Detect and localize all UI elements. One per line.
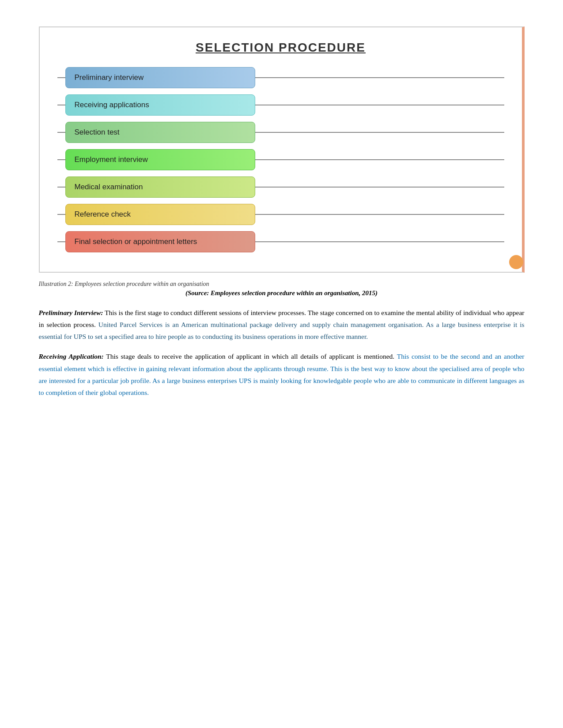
step-line-right bbox=[255, 77, 504, 78]
step-line-right bbox=[255, 105, 504, 105]
step-row: Employment interview bbox=[57, 149, 504, 170]
step-row: Reference check bbox=[57, 204, 504, 225]
step-box-6: Reference check bbox=[65, 204, 255, 225]
step-box-1: Preliminary interview bbox=[65, 67, 255, 88]
preliminary-label: Preliminary Interview: bbox=[39, 309, 103, 316]
diagram-container: Selection Procedure Preliminary intervie… bbox=[39, 26, 525, 273]
orange-dot-decoration bbox=[509, 255, 523, 269]
caption-bold: (Source: Employees selection procedure w… bbox=[39, 289, 525, 297]
step-line-left bbox=[57, 159, 65, 160]
step-line-left bbox=[57, 105, 65, 105]
step-row: Preliminary interview bbox=[57, 67, 504, 88]
caption-italic: Illustration 2: Employees selection proc… bbox=[39, 281, 525, 288]
step-row: Final selection or appointment letters bbox=[57, 231, 504, 252]
step-row: Receiving applications bbox=[57, 94, 504, 116]
step-line-right bbox=[255, 132, 504, 133]
step-row: Medical examination bbox=[57, 176, 504, 198]
step-line-left bbox=[57, 132, 65, 133]
step-line-left bbox=[57, 77, 65, 78]
steps-container: Preliminary interviewReceiving applicati… bbox=[57, 67, 504, 252]
step-line-right bbox=[255, 241, 504, 242]
step-line-right bbox=[255, 159, 504, 160]
step-box-4: Employment interview bbox=[65, 149, 255, 170]
step-line-right bbox=[255, 214, 504, 215]
step-box-2: Receiving applications bbox=[65, 94, 255, 116]
step-line-left bbox=[57, 241, 65, 242]
step-box-3: Selection test bbox=[65, 122, 255, 143]
receiving-paragraph: Receiving Application: This stage deals … bbox=[39, 350, 525, 398]
receiving-label: Receiving Application: bbox=[39, 353, 104, 360]
preliminary-blue-text: United Parcel Services is an American mu… bbox=[39, 321, 525, 340]
step-line-left bbox=[57, 187, 65, 188]
page-wrapper: Selection Procedure Preliminary intervie… bbox=[39, 26, 525, 398]
step-line-left bbox=[57, 214, 65, 215]
diagram-title: Selection Procedure bbox=[57, 41, 504, 55]
receiving-black-text: This stage deals to receive the applicat… bbox=[104, 353, 394, 360]
step-box-7: Final selection or appointment letters bbox=[65, 231, 255, 252]
step-box-5: Medical examination bbox=[65, 176, 255, 198]
preliminary-paragraph: Preliminary Interview: This is the first… bbox=[39, 307, 525, 342]
step-line-right bbox=[255, 187, 504, 188]
step-row: Selection test bbox=[57, 122, 504, 143]
